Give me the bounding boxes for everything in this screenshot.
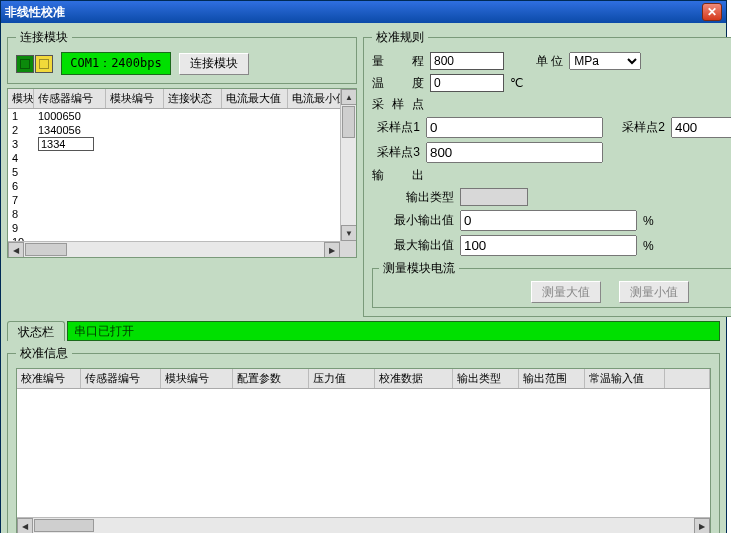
scroll-thumb-h[interactable] [25,243,67,256]
measure-legend: 测量模块电流 [379,260,459,277]
module-scrollbar-horizontal[interactable]: ◀ ▶ [8,241,340,257]
unit-label: 单 位 [536,53,563,70]
info-scroll-thumb-h[interactable] [34,519,94,532]
info-scroll-left-icon[interactable]: ◀ [17,518,33,533]
max-output-input[interactable] [460,235,637,256]
info-list-header: 校准编号 传感器编号 模块编号 配置参数 压力值 校准数据 输出类型 输出范围 … [17,369,710,389]
module-listview[interactable]: 模块 传感器编号 模块编号 连接状态 电流最大值 电流最小值 110006502… [7,88,357,258]
row-index: 8 [8,208,34,220]
range-label: 量 程 [372,53,424,70]
percent-unit-2: % [643,239,654,253]
sample1-label: 采样点1 [372,119,420,136]
col-calib-id[interactable]: 校准编号 [17,369,81,388]
calibration-info-group: 校准信息 校准编号 传感器编号 模块编号 配置参数 压力值 校准数据 输出类型 … [7,345,720,533]
scroll-thumb-v[interactable] [342,106,355,138]
table-row[interactable]: 8 [8,207,356,221]
table-row[interactable]: 31334 [8,137,356,151]
scroll-up-icon[interactable]: ▲ [341,89,357,105]
title-bar: 非线性校准 ✕ [1,1,726,23]
unit-select[interactable]: MPa [569,52,641,70]
max-output-label: 最大输出值 [390,237,454,254]
info-scroll-right-icon[interactable]: ▶ [694,518,710,533]
scroll-right-icon[interactable]: ▶ [324,242,340,258]
percent-unit-1: % [643,214,654,228]
window-title: 非线性校准 [5,4,65,21]
row-index: 9 [8,222,34,234]
rules-legend: 校准规则 [372,29,428,46]
temperature-input[interactable] [430,74,504,92]
col-current-max[interactable]: 电流最大值 [222,89,288,108]
measure-current-group: 测量模块电流 测量大值 测量小值 [372,260,731,308]
col-out-type[interactable]: 输出类型 [453,369,519,388]
status-tab[interactable]: 状态栏 [7,321,65,341]
sample3-label: 采样点3 [372,144,420,161]
temperature-unit: ℃ [510,76,523,90]
info-list-body [17,389,710,517]
status-bar: 串口已打开 [67,321,720,341]
min-output-label: 最小输出值 [390,212,454,229]
table-row[interactable]: 5 [8,165,356,179]
table-row[interactable]: 4 [8,151,356,165]
col-calib-data[interactable]: 校准数据 [375,369,453,388]
measure-max-button[interactable]: 测量大值 [531,281,601,303]
com-port-display: COM1：2400bps [61,52,171,75]
col-sensor-id[interactable]: 传感器编号 [34,89,106,108]
row-index: 6 [8,180,34,192]
app-window: 非线性校准 ✕ 连接模块 COM1：2400bps 连接模块 [0,0,727,533]
measure-min-button[interactable]: 测量小值 [619,281,689,303]
port-icon-green [16,55,34,73]
port-icon-yellow [35,55,53,73]
col-config-param[interactable]: 配置参数 [233,369,309,388]
row-index: 2 [8,124,34,136]
calibration-rules-group: 校准规则 量 程 单 位 MPa 温 度 ℃ [363,29,731,317]
info-scrollbar-horizontal[interactable]: ◀ ▶ [17,517,710,533]
col-conn-state[interactable]: 连接状态 [164,89,222,108]
row-index: 3 [8,138,34,150]
temperature-label: 温 度 [372,75,424,92]
col-info-remainder[interactable] [665,369,710,388]
min-output-input[interactable] [460,210,637,231]
range-input[interactable] [430,52,504,70]
table-row[interactable]: 6 [8,179,356,193]
col-info-module[interactable]: 模块编号 [161,369,233,388]
row-index: 5 [8,166,34,178]
output-type-display [460,188,528,206]
col-module-id[interactable]: 模块编号 [106,89,164,108]
scroll-left-icon[interactable]: ◀ [8,242,24,258]
col-pressure[interactable]: 压力值 [309,369,375,388]
scroll-down-icon[interactable]: ▼ [341,225,357,241]
connect-module-button[interactable]: 连接模块 [179,53,249,75]
sample2-label: 采样点2 [617,119,665,136]
table-row[interactable]: 11000650 [8,109,356,123]
sample-points-label: 采样点 [372,96,424,113]
sample1-input[interactable] [426,117,603,138]
connect-module-group: 连接模块 COM1：2400bps 连接模块 [7,29,357,84]
table-row[interactable]: 21340056 [8,123,356,137]
row-sensor-id: 1000650 [34,110,106,122]
close-button[interactable]: ✕ [702,3,722,21]
info-listview[interactable]: 校准编号 传感器编号 模块编号 配置参数 压力值 校准数据 输出类型 输出范围 … [16,368,711,533]
row-sensor-id: 1334 [34,137,106,151]
scroll-corner [340,241,356,257]
output-type-label: 输出类型 [390,189,454,206]
col-info-sensor[interactable]: 传感器编号 [81,369,161,388]
row-index: 7 [8,194,34,206]
module-scrollbar-vertical[interactable]: ▲ ▼ [340,89,356,241]
connect-legend: 连接模块 [16,29,72,46]
col-room-temp-input[interactable]: 常温输入值 [585,369,665,388]
sample3-input[interactable] [426,142,603,163]
info-legend: 校准信息 [16,345,72,362]
row-sensor-id: 1340056 [34,124,106,136]
sensor-id-edit-input[interactable]: 1334 [38,137,94,151]
module-list-body: 11000650213400563133445678910111213 [8,109,356,258]
status-message: 串口已打开 [74,323,134,340]
sample2-input[interactable] [671,117,731,138]
row-index: 1 [8,110,34,122]
status-row: 状态栏 串口已打开 [7,321,720,341]
col-out-range[interactable]: 输出范围 [519,369,585,388]
port-status-icons [16,55,53,73]
table-row[interactable]: 9 [8,221,356,235]
col-module[interactable]: 模块 [8,89,34,108]
table-row[interactable]: 7 [8,193,356,207]
output-section-label: 输出 [372,167,424,184]
